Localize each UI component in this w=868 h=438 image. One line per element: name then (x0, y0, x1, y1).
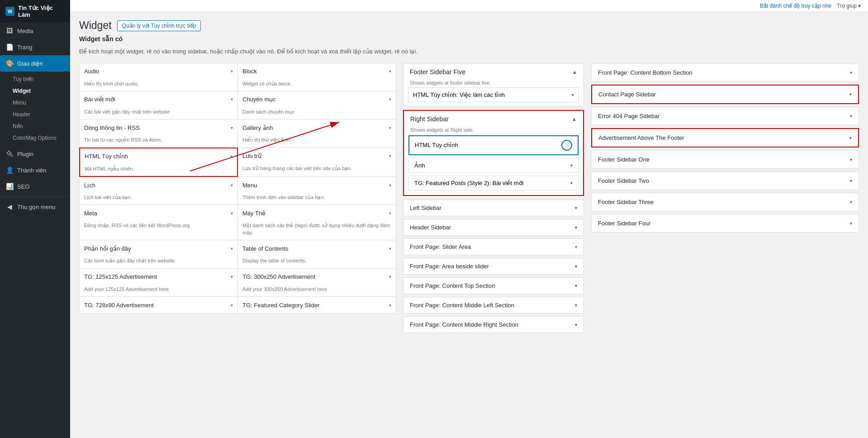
widget-block-label: Block (242, 68, 257, 75)
widget-chuyen-muc-desc: Danh sách chuyên mục (238, 108, 396, 119)
right-sidebar-widget-anh[interactable]: Ảnh ▾ (408, 158, 579, 173)
sidebar-sub-colormag[interactable]: ColorMag Options (0, 132, 70, 144)
widget-lich[interactable]: Lịch ▾ (80, 177, 237, 193)
widget-meta-arrow: ▾ (231, 211, 233, 216)
widget-audio-desc: Hiển thị trình chơi audio. (80, 80, 237, 91)
right-sidebar-widget-html[interactable]: HTML Tùy chỉnh ○ (408, 135, 579, 155)
widget-tg-125[interactable]: TG: 125x125 Advertisement ▾ (80, 269, 237, 285)
widget-chuyen-muc[interactable]: Chuyên mục ▾ (238, 91, 396, 108)
sidebar-sub-tuy-bien[interactable]: Tùy biến (0, 73, 70, 85)
widget-cell-gallery: Gallery ảnh ▾ Hiển thị thư viện ảnh. (237, 119, 396, 148)
widget-gallery[interactable]: Gallery ảnh ▾ (238, 119, 396, 136)
widget-phan-hoi-label: Phản hồi gần đây (84, 245, 131, 252)
middle-right-section[interactable]: Front Page: Content Middle Right Section… (403, 316, 584, 333)
middle-left-section[interactable]: Front Page: Content Middle Left Section … (403, 297, 584, 314)
right-panel-advertisement[interactable]: Advertisement Above The Footer ▾ (591, 128, 859, 148)
sidebar-item-seo[interactable]: 📊 SEO (0, 178, 70, 195)
widget-meta-label: Meta (84, 210, 97, 217)
widget-cell-rss: Dòng thông tin - RSS ▾ Tin bài từ các ng… (79, 119, 238, 148)
right-panel-error404[interactable]: Error 404 Page Sidebar ▾ (591, 107, 859, 125)
widget-phan-hoi-arrow: ▾ (231, 246, 233, 251)
widget-luu-tru-label: Lưu trữ (242, 152, 261, 159)
widget-audio-label: Audio (84, 68, 99, 75)
widget-cell-meta: Meta ▾ Đăng nhập, RSS và các liên kết Wo… (79, 205, 238, 240)
right-sidebar-section: Right Sidebar ▲ Shows widgets at Right s… (403, 110, 584, 196)
right-sidebar-widget-tg[interactable]: TG: Featured Posts (Style 2): Bài viết m… (408, 176, 579, 190)
help-button[interactable]: Trợ giúp ▾ (837, 3, 861, 9)
widget-tg-featured[interactable]: TG: Featured Category Slider ▾ (238, 297, 396, 313)
footer-sidebar-five-title: Footer Sidebar Five (410, 68, 465, 76)
slider-area-arrow: ▾ (575, 244, 577, 249)
content-top-section[interactable]: Front Page: Content Top Section ▾ (403, 277, 584, 294)
contact-label: Contact Page Sidebar (598, 91, 656, 98)
right-sidebar-header[interactable]: Right Sidebar ▲ (404, 111, 583, 127)
widget-html-desc: Mã HTML ngẫu nhiên. (80, 165, 237, 176)
widget-may-the[interactable]: Máy Thẻ ▾ (238, 205, 396, 221)
widget-cell-bai-viet: Bài viết mới ▾ Các bài viết gần đây nhất… (79, 91, 238, 119)
footer-sidebar-five-header[interactable]: Footer Sidebar Five ▲ (403, 64, 583, 80)
left-sidebar-title: Left Sidebar (410, 205, 441, 211)
widget-phan-hoi[interactable]: Phản hồi gần đây ▾ (80, 240, 237, 257)
beside-slider-title: Front Page: Area beside slider (410, 263, 489, 270)
sidebar-item-trang[interactable]: 📄 Trang (0, 39, 70, 55)
right-panel-footer-two[interactable]: Footer Sidebar Two ▾ (591, 171, 859, 190)
right-sidebar-arrow: ▲ (572, 116, 577, 122)
access-link[interactable]: Bắt đánh chế độ truy cập nhe (760, 3, 831, 9)
right-panel-contact[interactable]: Contact Page Sidebar ▾ (591, 85, 859, 104)
widget-chuyen-muc-label: Chuyên mục (242, 96, 276, 103)
widget-bai-viet[interactable]: Bài viết mới ▾ (80, 91, 237, 108)
rs-widget-html-btn[interactable]: ○ (561, 140, 572, 151)
footer-five-widget[interactable]: HTML Tùy chỉnh: Việc làm các tỉnh ▾ (408, 87, 579, 102)
right-panel-content-bottom[interactable]: Front Page: Content Bottom Section ▾ (591, 63, 859, 82)
giao-dien-submenu: Tùy biến Widget Menu Header Nền ColorMag… (0, 71, 70, 146)
widget-toc[interactable]: Table of Contents ▾ (238, 240, 396, 257)
widget-lich-label: Lịch (84, 182, 95, 189)
widget-tg-300-desc: Add your 300x250 Advertisement here (238, 285, 396, 296)
widget-block[interactable]: Block ▾ (238, 63, 396, 80)
widget-toc-label: Table of Contents (242, 245, 288, 252)
widget-lich-desc: Lịch bài viết của bạn. (80, 193, 237, 205)
sidebar-item-plugin[interactable]: 🔌 Plugin (0, 146, 70, 162)
widget-cell-menu: Menu ▾ Thêm trình đơn vào sidebar của bạ… (237, 176, 396, 205)
widget-may-the-label: Máy Thẻ (242, 210, 266, 217)
slider-area-section[interactable]: Front Page: Slider Area ▾ (403, 238, 584, 255)
beside-slider-section[interactable]: Front Page: Area beside slider ▾ (403, 258, 584, 275)
widget-rss[interactable]: Dòng thông tin - RSS ▾ (80, 119, 237, 136)
widget-html[interactable]: HTML Tùy chỉnh ▾ (80, 148, 237, 165)
right-panel-footer-three[interactable]: Footer Sidebar Three ▾ (591, 193, 859, 211)
sidebar-sub-header[interactable]: Header (0, 109, 70, 120)
middle-right-arrow: ▾ (575, 322, 577, 327)
sidebar-item-label: Thành viên (17, 167, 46, 174)
widget-cell-tg-300: TG: 300x250 Advertisement ▾ Add your 300… (237, 268, 396, 297)
sidebar-item-giao-dien[interactable]: 🎨 Giao diện (0, 55, 70, 71)
sidebar-sub-widget[interactable]: Widget (0, 85, 70, 97)
widget-luu-tru[interactable]: Lưu trữ ▾ (238, 148, 396, 164)
widget-meta[interactable]: Meta ▾ (80, 205, 237, 221)
widget-menu[interactable]: Menu ▾ (238, 177, 396, 193)
trang-icon: 📄 (5, 43, 14, 51)
widget-cell-may-the: Máy Thẻ ▾ Một danh sách các thẻ (tags) đ… (237, 205, 396, 240)
widget-audio[interactable]: Audio ▾ (80, 63, 237, 80)
widget-tg-300[interactable]: TG: 300x250 Advertisement ▾ (238, 269, 396, 285)
widget-lich-arrow: ▾ (231, 183, 233, 188)
help-chevron-icon: ▾ (858, 3, 861, 9)
customize-button[interactable]: Quản lý với Tùy chỉnh trực tiếp (117, 20, 201, 31)
sidebar-sub-menu[interactable]: Menu (0, 97, 70, 109)
sidebar-item-thu-gon[interactable]: ◀ Thu gọn menu (0, 199, 70, 215)
sidebar-item-thanh-vien[interactable]: 👤 Thành viên (0, 162, 70, 178)
right-sidebar-title: Right Sidebar (410, 115, 449, 123)
widget-menu-desc: Thêm trình đơn vào sidebar của bạn. (238, 193, 396, 205)
right-panel-footer-one[interactable]: Footer Sidebar One ▾ (591, 150, 859, 169)
sidebar-item-label: Thu gọn menu (17, 204, 56, 210)
header-sidebar-section[interactable]: Header Sidebar ▾ (403, 219, 584, 236)
widget-tg-728[interactable]: TG: 728x90 Advertisement ▾ (80, 297, 237, 313)
widget-tg-300-label: TG: 300x250 Advertisement (242, 273, 315, 280)
right-panel-footer-four[interactable]: Footer Sidebar Four ▾ (591, 214, 859, 233)
sidebar-item-media[interactable]: 🖼 Media (0, 23, 70, 39)
left-sidebar-section[interactable]: Left Sidebar ▾ (403, 200, 584, 216)
footer-one-arrow: ▾ (850, 157, 852, 162)
logo-icon: W (5, 7, 14, 16)
sidebar-sub-nen[interactable]: Nền (0, 120, 70, 132)
widget-tg-125-desc: Add your 125x125 Advertisement here (80, 285, 237, 296)
middle-left-title: Front Page: Content Middle Left Section (410, 302, 514, 309)
